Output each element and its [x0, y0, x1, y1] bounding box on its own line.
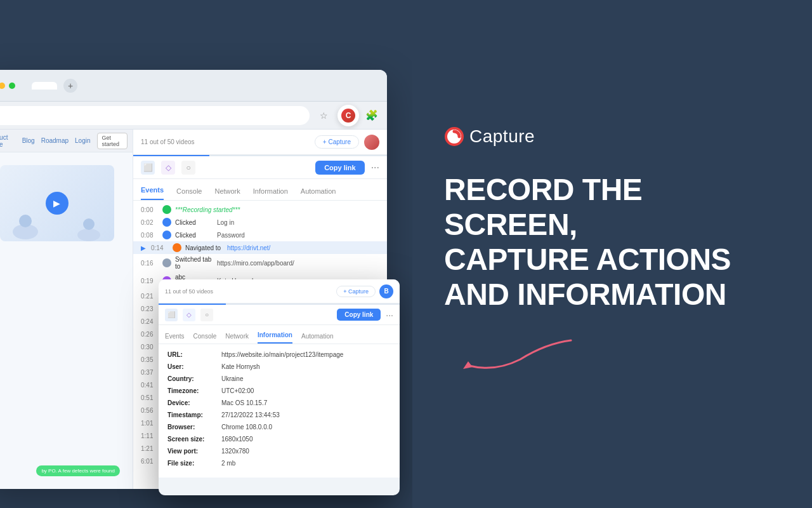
- sec-record-icon[interactable]: ⬜: [165, 309, 178, 321]
- info-browser-row: Browser: Chrome 108.0.0.0: [167, 423, 391, 432]
- extensions-icon[interactable]: 🧩: [364, 108, 379, 123]
- event-row[interactable]: 0:02ClickedLog in: [133, 216, 387, 229]
- event-row[interactable]: 0:16Switched tab tohttps://miro.com/app/…: [133, 254, 387, 272]
- event-type: Navigated to: [185, 244, 223, 251]
- timestamp-label: Timestamp:: [167, 411, 221, 420]
- info-filesize-row: File size: 2 mb: [167, 459, 391, 468]
- sec-diamond-icon[interactable]: ◇: [183, 309, 195, 321]
- sec-copy-link-button[interactable]: Copy link: [337, 309, 381, 321]
- browser-tab[interactable]: [32, 82, 57, 90]
- country-value: Ukraine: [221, 375, 391, 384]
- info-device-row: Device: Mac OS 10.15.7: [167, 399, 391, 408]
- screen-value: 1680x1050: [221, 435, 391, 444]
- filesize-label: File size:: [167, 459, 221, 468]
- event-type: Clicked: [175, 232, 213, 239]
- capture-toolbar: 11 out of 50 videos + Capture: [133, 130, 387, 155]
- sec-tab-events[interactable]: Events: [165, 333, 185, 344]
- circle-icon[interactable]: ○: [181, 161, 195, 175]
- event-dot-icon: [173, 243, 181, 252]
- viewport-label: View port:: [167, 447, 221, 456]
- bookmark-icon[interactable]: ☆: [315, 107, 332, 124]
- url-value: https://website.io/main/project123/itemp…: [221, 351, 391, 359]
- sec-circle-icon[interactable]: ○: [200, 309, 213, 321]
- event-type: Switched tab to: [175, 256, 213, 270]
- device-label: Device:: [167, 399, 221, 408]
- event-row[interactable]: 0:00***Recording started***: [133, 203, 387, 216]
- sidebar-illustration: ▶ by PO. A few defects were found: [0, 152, 133, 489]
- info-screen-row: Screen size: 1680x1050: [167, 435, 391, 444]
- capture-ext-icon: C: [341, 109, 355, 123]
- event-time: 0:51: [141, 394, 159, 401]
- info-timezone-row: Timezone: UTC+02:00: [167, 387, 391, 396]
- sec-tab-information[interactable]: Information: [258, 331, 292, 344]
- sec-toolbar: 11 out of 50 videos + Capture B: [159, 279, 400, 304]
- svg-point-5: [77, 229, 100, 241]
- illustration-box: ▶: [0, 165, 114, 241]
- sec-avatar: B: [379, 284, 393, 298]
- tab-events[interactable]: Events: [141, 186, 164, 200]
- timezone-value: UTC+02:00: [221, 387, 391, 396]
- sec-more-icon[interactable]: ···: [386, 310, 393, 320]
- event-detail: https://drivt.net/: [227, 244, 379, 251]
- filesize-value: 2 mb: [221, 459, 391, 468]
- tab-network[interactable]: Network: [214, 187, 240, 200]
- get-started-button[interactable]: Get started: [97, 133, 128, 149]
- event-type: Clicked: [175, 219, 213, 226]
- user-label: User:: [167, 363, 221, 371]
- sec-tab-console[interactable]: Console: [193, 333, 217, 344]
- decorative-arrow: [444, 331, 584, 382]
- info-viewport-row: View port: 1320x780: [167, 447, 391, 456]
- copy-link-button[interactable]: Copy link: [315, 161, 365, 175]
- event-time: 1:01: [141, 420, 159, 427]
- country-label: Country:: [167, 375, 221, 384]
- info-user-row: User: Kate Hornysh: [167, 363, 391, 371]
- blog-link[interactable]: Blog: [22, 137, 35, 144]
- event-row[interactable]: ▶0:14Navigated tohttps://drivt.net/: [133, 241, 387, 254]
- tab-automation[interactable]: Automation: [301, 187, 336, 200]
- capture-logo-icon: [444, 126, 464, 147]
- headline: RECORD THE SCREEN, CAPTURE ACTIONS AND I…: [444, 172, 774, 312]
- sec-capture-button[interactable]: + Capture: [336, 286, 376, 297]
- events-tabs: Events Console Network Information Autom…: [133, 179, 387, 201]
- event-time: 0:02: [141, 219, 159, 226]
- event-time: 0:16: [141, 260, 159, 267]
- event-dot-icon: [162, 258, 171, 267]
- browser-label: Browser:: [167, 423, 221, 432]
- info-country-row: Country: Ukraine: [167, 375, 391, 384]
- sec-tabs: Events Console Network Information Autom…: [159, 325, 400, 344]
- screenshot-secondary: 11 out of 50 videos + Capture B ⬜ ◇ ○ Co…: [159, 279, 400, 495]
- browser-value: Chrome 108.0.0.0: [221, 423, 391, 432]
- event-dot-icon: [162, 205, 171, 214]
- event-time: 0:35: [141, 356, 159, 363]
- chat-bubble: by PO. A few defects were found: [36, 465, 120, 476]
- event-row[interactable]: 0:08ClickedPassword: [133, 229, 387, 241]
- roadmap-link[interactable]: Roadmap: [41, 137, 69, 144]
- capture-extension-button[interactable]: C: [337, 105, 359, 126]
- capture-button-small[interactable]: + Capture: [315, 135, 359, 149]
- logo-text: Capture: [469, 126, 535, 147]
- event-time: 0:19: [141, 277, 159, 284]
- sec-tab-automation[interactable]: Automation: [301, 333, 334, 344]
- tab-console[interactable]: Console: [176, 187, 202, 200]
- logo-row: Capture: [444, 126, 774, 147]
- sec-tab-network[interactable]: Network: [225, 333, 249, 344]
- svg-point-6: [83, 218, 95, 230]
- event-detail: Log in: [217, 219, 379, 226]
- more-options-icon[interactable]: ···: [371, 162, 379, 173]
- nav-bar: Product Guide Blog Roadmap Login Get sta…: [0, 130, 133, 152]
- tab-information[interactable]: Information: [253, 187, 288, 200]
- address-bar[interactable]: [0, 106, 310, 125]
- arrow-indicator: ▶: [141, 244, 146, 251]
- event-time: 0:30: [141, 344, 159, 351]
- record-icon[interactable]: ⬜: [141, 161, 155, 175]
- login-link[interactable]: Login: [75, 137, 90, 144]
- svg-marker-2: [463, 361, 473, 369]
- add-tab-button[interactable]: +: [63, 79, 77, 93]
- address-bar-row: ☆ C 🧩: [0, 102, 387, 130]
- event-time: 1:11: [141, 432, 159, 439]
- product-guide-link[interactable]: Product Guide: [0, 134, 16, 148]
- info-url-row: URL: https://website.io/main/project123/…: [167, 351, 391, 359]
- diamond-icon[interactable]: ◇: [161, 161, 175, 175]
- browser-dot-green: [9, 83, 15, 89]
- sec-controls: ⬜ ◇ ○ Copy link ···: [159, 305, 400, 325]
